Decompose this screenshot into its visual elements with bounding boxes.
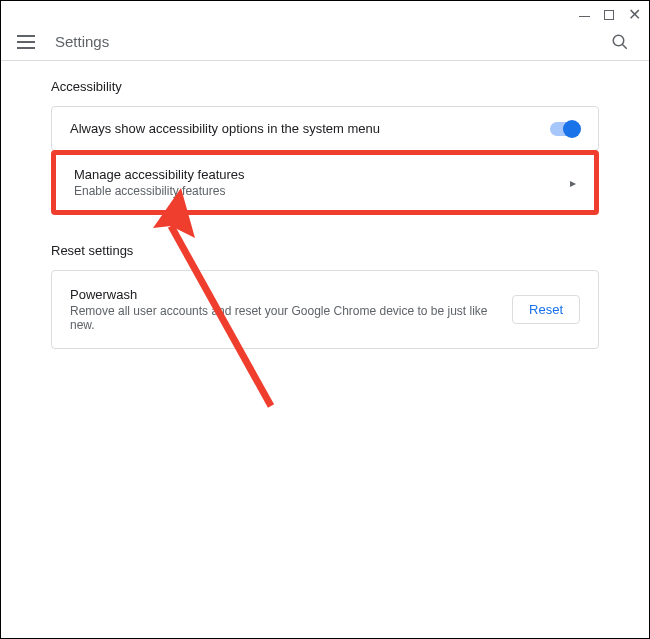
always-show-accessibility-label: Always show accessibility options in the… [70,121,380,136]
always-show-accessibility-row[interactable]: Always show accessibility options in the… [52,107,598,150]
reset-button[interactable]: Reset [512,295,580,324]
manage-accessibility-highlight: Manage accessibility features Enable acc… [51,150,599,215]
accessibility-toggle-card: Always show accessibility options in the… [51,106,599,151]
chevron-right-icon: ▸ [570,176,576,190]
accessibility-section-title: Accessibility [51,79,599,94]
menu-icon[interactable] [17,35,35,49]
header-bar: Settings [1,19,649,60]
search-icon[interactable] [611,33,629,55]
reset-card: Powerwash Remove all user accounts and r… [51,270,599,349]
reset-section-title: Reset settings [51,243,599,258]
page-title: Settings [55,33,109,50]
manage-accessibility-row[interactable]: Manage accessibility features Enable acc… [56,155,594,210]
manage-accessibility-title: Manage accessibility features [74,167,245,182]
powerwash-row: Powerwash Remove all user accounts and r… [52,271,598,348]
powerwash-desc: Remove all user accounts and reset your … [70,304,512,332]
powerwash-title: Powerwash [70,287,512,302]
manage-accessibility-desc: Enable accessibility features [74,184,245,198]
always-show-accessibility-toggle[interactable] [550,122,580,136]
svg-point-0 [613,35,624,46]
svg-line-1 [622,44,627,49]
